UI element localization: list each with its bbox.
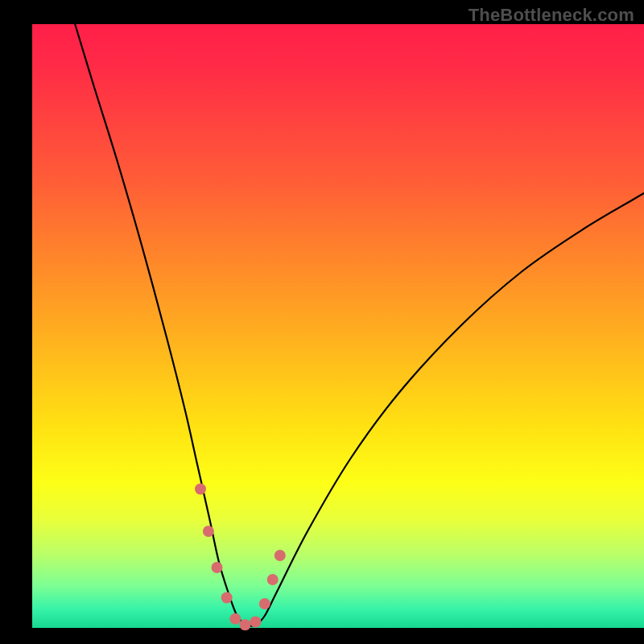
marker-dot: [239, 619, 250, 630]
watermark-text: TheBottleneck.com: [469, 5, 634, 26]
bottleneck-curve: [75, 24, 644, 626]
marker-dot: [212, 562, 223, 573]
marker-dot: [275, 550, 286, 561]
highlighted-points: [195, 484, 286, 631]
marker-dot: [221, 592, 233, 604]
marker-dot: [267, 574, 279, 585]
marker-dot: [259, 598, 270, 609]
marker-dot: [203, 526, 214, 537]
marker-dot: [229, 613, 241, 625]
plot-area: [32, 24, 644, 628]
marker-dot: [195, 484, 206, 495]
curve-layer: [32, 24, 644, 628]
chart-stage: TheBottleneck.com: [0, 0, 644, 644]
marker-dot: [250, 617, 261, 628]
